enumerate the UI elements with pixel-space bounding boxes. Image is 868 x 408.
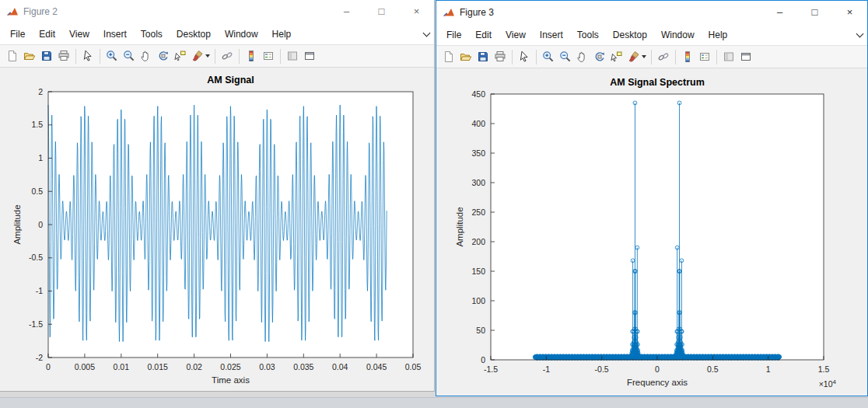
- svg-text:100: 100: [471, 296, 485, 305]
- svg-text:250: 250: [471, 207, 485, 217]
- data-cursor-button[interactable]: [172, 47, 189, 65]
- zoom-in-button[interactable]: [540, 48, 557, 65]
- open-file-button[interactable]: [457, 48, 474, 65]
- desktop: Figure 2 – □ × File Edit View Insert Too…: [0, 0, 868, 408]
- svg-text:0.04: 0.04: [332, 362, 348, 371]
- data-cursor-button[interactable]: [608, 48, 625, 65]
- data-cursor-icon: [174, 50, 187, 62]
- print-figure-button[interactable]: [492, 48, 509, 65]
- window-title: Figure 2: [23, 6, 58, 17]
- insert-colorbar-icon: [681, 51, 694, 63]
- menu-desktop[interactable]: Desktop: [170, 25, 218, 44]
- close-button[interactable]: ×: [832, 1, 867, 24]
- figure-canvas: 00.0050.010.0150.020.0250.030.0350.040.0…: [0, 68, 434, 391]
- pan-button[interactable]: [138, 47, 155, 65]
- hide-plot-tools-button[interactable]: [284, 47, 301, 65]
- toolbar-separator: [716, 50, 717, 65]
- dock-figure-button[interactable]: [301, 47, 318, 65]
- save-figure-button[interactable]: [38, 47, 55, 65]
- hide-plot-tools-button[interactable]: [720, 48, 737, 65]
- menu-edit[interactable]: Edit: [468, 26, 499, 44]
- menu-insert[interactable]: Insert: [96, 25, 134, 44]
- close-button[interactable]: ×: [399, 0, 434, 23]
- menu-file[interactable]: File: [439, 26, 468, 44]
- menu-tools[interactable]: Tools: [570, 26, 606, 44]
- rotate-3d-button[interactable]: [591, 48, 608, 65]
- am-signal-chart: 00.0050.010.0150.020.0250.030.0350.040.0…: [0, 68, 434, 391]
- figure-toolbar: [436, 45, 867, 68]
- edit-plot-button[interactable]: [79, 47, 96, 65]
- new-figure-button[interactable]: [4, 47, 21, 65]
- dock-figure-icon: [740, 51, 752, 63]
- brush-data-button[interactable]: [625, 48, 648, 65]
- link-plot-button[interactable]: [219, 47, 236, 65]
- insert-colorbar-button[interactable]: [679, 48, 696, 65]
- zoom-in-icon: [106, 50, 118, 62]
- zoom-out-icon: [559, 51, 572, 63]
- menu-help[interactable]: Help: [702, 26, 735, 44]
- maximize-button[interactable]: □: [364, 0, 399, 23]
- svg-text:Time axis: Time axis: [212, 375, 250, 385]
- link-plot-icon: [221, 50, 233, 62]
- hide-plot-tools-icon: [723, 51, 735, 63]
- svg-text:0: 0: [655, 364, 660, 374]
- rotate-3d-icon: [157, 50, 170, 62]
- menu-file[interactable]: File: [3, 25, 32, 44]
- insert-legend-button[interactable]: [696, 48, 713, 65]
- window-title: Figure 3: [460, 7, 494, 18]
- zoom-out-button[interactable]: [121, 47, 138, 65]
- svg-text:0.5: 0.5: [31, 187, 43, 196]
- open-file-button[interactable]: [21, 47, 38, 65]
- menu-view[interactable]: View: [499, 26, 533, 44]
- figure-2-window: Figure 2 – □ × File Edit View Insert Too…: [0, 0, 434, 391]
- toolbar-separator: [75, 49, 76, 64]
- insert-legend-button[interactable]: [260, 47, 277, 65]
- menubar-overflow-icon[interactable]: [857, 31, 863, 39]
- svg-text:AM Signal Spectrum: AM Signal Spectrum: [610, 77, 705, 88]
- toolbar-separator: [280, 49, 281, 64]
- link-plot-button[interactable]: [655, 48, 672, 65]
- save-figure-button[interactable]: [474, 48, 492, 65]
- insert-colorbar-button[interactable]: [243, 47, 260, 65]
- svg-text:-1.5: -1.5: [484, 364, 498, 374]
- svg-text:1.5: 1.5: [818, 364, 830, 374]
- menu-edit[interactable]: Edit: [32, 25, 62, 44]
- svg-text:400: 400: [471, 119, 485, 128]
- menu-desktop[interactable]: Desktop: [606, 26, 654, 44]
- menu-window[interactable]: Window: [218, 25, 265, 44]
- insert-legend-icon: [262, 50, 275, 62]
- rotate-3d-button[interactable]: [155, 47, 172, 65]
- menu-insert[interactable]: Insert: [533, 26, 570, 44]
- brush-data-button[interactable]: [189, 47, 212, 65]
- am-signal-spectrum-chart: -1.5-1-0.500.511.50501001502002503003504…: [436, 68, 867, 396]
- menu-tools[interactable]: Tools: [134, 25, 170, 44]
- maximize-button[interactable]: □: [797, 1, 832, 24]
- menu-help[interactable]: Help: [265, 25, 299, 44]
- svg-text:-0.5: -0.5: [29, 253, 43, 262]
- svg-text:350: 350: [471, 148, 485, 158]
- minimize-button[interactable]: –: [762, 1, 797, 24]
- svg-text:450: 450: [471, 89, 485, 99]
- toolbar-separator: [215, 49, 215, 64]
- new-figure-icon: [6, 50, 19, 62]
- svg-text:0.01: 0.01: [114, 362, 130, 371]
- print-figure-button[interactable]: [55, 47, 72, 65]
- menu-view[interactable]: View: [62, 25, 96, 44]
- zoom-out-icon: [123, 50, 135, 62]
- zoom-in-button[interactable]: [103, 47, 121, 65]
- menubar-overflow-icon[interactable]: [424, 30, 429, 38]
- new-figure-button[interactable]: [440, 48, 457, 65]
- dropdown-caret-icon: [642, 55, 646, 58]
- svg-text:-0.5: -0.5: [595, 364, 609, 374]
- zoom-out-button[interactable]: [557, 48, 574, 65]
- pan-button[interactable]: [574, 48, 591, 65]
- toolbar-separator: [651, 50, 652, 65]
- edit-plot-button[interactable]: [516, 48, 533, 65]
- svg-text:-2: -2: [36, 353, 43, 362]
- svg-text:Amplitude: Amplitude: [12, 204, 22, 244]
- taskbar-strip: [0, 397, 868, 408]
- dock-figure-button[interactable]: [737, 48, 754, 65]
- minimize-button[interactable]: –: [329, 0, 364, 23]
- matlab-figure-icon: [443, 6, 455, 19]
- menu-window[interactable]: Window: [654, 26, 702, 44]
